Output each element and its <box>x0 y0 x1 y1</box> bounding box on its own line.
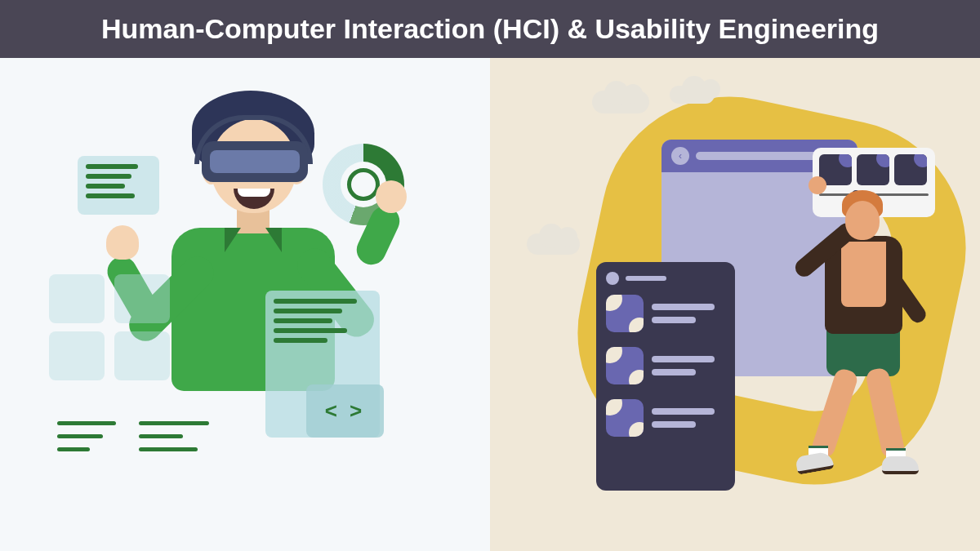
text-placeholder-line <box>274 299 357 304</box>
page-title-banner: Human-Computer Interaction (HCI) & Usabi… <box>0 0 980 58</box>
floating-ui-tile <box>49 274 105 323</box>
text-placeholder-line <box>86 193 135 198</box>
avatar-icon <box>606 272 619 285</box>
app-list-header <box>606 272 725 285</box>
text-placeholder-line <box>86 174 131 179</box>
list-item <box>606 295 725 332</box>
text-placeholder-line <box>86 184 125 189</box>
text-placeholder-block <box>57 421 122 456</box>
text-placeholder-line <box>274 338 327 343</box>
text-placeholder-line <box>626 276 666 281</box>
code-brackets-icon: < > <box>325 398 366 424</box>
cloud-icon <box>592 91 649 113</box>
text-placeholder-line <box>274 328 347 333</box>
text-placeholder-line <box>274 318 332 323</box>
text-placeholder-line <box>274 309 342 313</box>
app-tile-icon <box>606 295 644 332</box>
app-list-mockup <box>596 262 735 491</box>
text-placeholder-block <box>139 421 212 456</box>
list-item <box>606 399 725 437</box>
back-button-icon: ‹ <box>671 147 689 165</box>
floating-ui-tile <box>114 331 170 380</box>
list-item <box>606 347 725 384</box>
floating-ui-tile <box>49 331 105 380</box>
page-title: Human-Computer Interaction (HCI) & Usabi… <box>101 13 879 44</box>
designer-person-illustration <box>776 180 956 507</box>
app-tile-icon <box>606 399 644 437</box>
floating-ui-tile <box>114 274 170 323</box>
app-tile-icon <box>606 347 644 384</box>
illustration-left-hci: < > <box>0 58 490 551</box>
content-area: < > ‹ <box>0 58 980 551</box>
cloud-icon <box>670 86 715 104</box>
cloud-icon <box>527 233 580 255</box>
illustration-right-usability: ‹ <box>490 58 980 551</box>
text-placeholder-line <box>86 164 138 169</box>
code-symbol-panel: < > <box>306 384 384 438</box>
vr-headset-icon <box>202 141 308 182</box>
